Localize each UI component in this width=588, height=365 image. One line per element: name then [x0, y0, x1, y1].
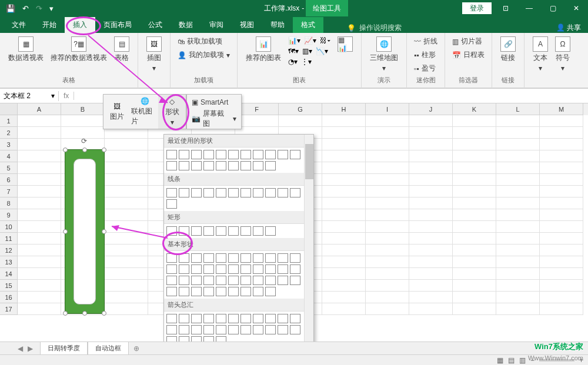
- shape-option[interactable]: [240, 161, 251, 170]
- tab-data[interactable]: 数据: [171, 17, 201, 33]
- cell[interactable]: [453, 268, 496, 280]
- shape-option[interactable]: [166, 150, 177, 159]
- cell[interactable]: [322, 174, 366, 186]
- column-header[interactable]: K: [453, 103, 496, 115]
- row-header[interactable]: 15: [0, 280, 18, 292]
- shape-option[interactable]: [166, 253, 177, 263]
- cell[interactable]: [409, 127, 453, 139]
- cell[interactable]: [105, 233, 148, 245]
- cell[interactable]: [453, 197, 496, 209]
- cell[interactable]: [366, 150, 409, 162]
- cell[interactable]: [366, 256, 409, 268]
- shape-option[interactable]: [179, 150, 189, 159]
- shape-option[interactable]: [265, 150, 276, 159]
- shape-option[interactable]: [191, 276, 202, 285]
- column-header[interactable]: L: [496, 103, 540, 115]
- tab-format[interactable]: 格式: [293, 17, 323, 33]
- cell[interactable]: [540, 139, 583, 150]
- shape-option[interactable]: [216, 161, 226, 170]
- undo-icon[interactable]: ↶: [22, 4, 29, 13]
- cell[interactable]: [18, 197, 61, 209]
- cell[interactable]: [366, 292, 409, 303]
- column-header[interactable]: F: [235, 103, 279, 115]
- cell[interactable]: [453, 233, 496, 245]
- cell[interactable]: [105, 292, 148, 303]
- cell[interactable]: [105, 256, 148, 268]
- column-header[interactable]: I: [366, 103, 409, 115]
- cell[interactable]: [18, 233, 61, 245]
- cell[interactable]: [105, 186, 148, 197]
- shape-option[interactable]: [216, 276, 226, 285]
- cell[interactable]: [366, 209, 409, 221]
- cell[interactable]: [366, 139, 409, 150]
- shape-option[interactable]: [179, 226, 189, 236]
- link-button[interactable]: 🔗链接: [497, 35, 519, 64]
- shape-option[interactable]: [240, 188, 251, 197]
- view-layout-icon[interactable]: ▤: [508, 356, 514, 364]
- tab-formula[interactable]: 公式: [140, 17, 171, 33]
- cell[interactable]: [496, 245, 540, 256]
- shape-option[interactable]: [253, 276, 263, 285]
- cell[interactable]: [105, 139, 148, 150]
- cell[interactable]: [496, 115, 540, 127]
- shape-option[interactable]: [216, 287, 226, 296]
- shape-option[interactable]: [228, 325, 239, 334]
- cell[interactable]: [496, 150, 540, 162]
- shape-option[interactable]: [191, 226, 202, 236]
- shape-option[interactable]: [166, 287, 177, 296]
- cell[interactable]: [453, 150, 496, 162]
- cell[interactable]: [496, 221, 540, 233]
- cell[interactable]: [409, 139, 453, 150]
- shape-option[interactable]: [191, 264, 202, 274]
- view-normal-icon[interactable]: ▦: [497, 356, 503, 364]
- chevron-down-icon[interactable]: ▾: [51, 92, 55, 100]
- illustrations-button[interactable]: 🖼插图▾: [143, 35, 165, 73]
- cell[interactable]: [453, 127, 496, 139]
- row-header[interactable]: 1: [0, 115, 18, 127]
- tab-file[interactable]: 文件: [4, 17, 34, 33]
- shape-option[interactable]: [179, 287, 189, 296]
- cell[interactable]: [540, 303, 583, 315]
- shape-option[interactable]: [203, 325, 214, 334]
- shape-option[interactable]: [216, 314, 226, 323]
- cell[interactable]: [409, 115, 453, 127]
- shape-option[interactable]: [216, 226, 226, 236]
- shape-option[interactable]: [216, 188, 226, 197]
- cell[interactable]: [540, 127, 583, 139]
- cell[interactable]: [18, 280, 61, 292]
- cell[interactable]: [366, 268, 409, 280]
- cell[interactable]: [453, 221, 496, 233]
- cell[interactable]: [409, 186, 453, 197]
- shape-option[interactable]: [166, 314, 177, 323]
- pictures-button[interactable]: 🖼图片: [103, 95, 131, 129]
- shape-option[interactable]: [240, 253, 251, 263]
- shape-option[interactable]: [278, 314, 288, 323]
- cell[interactable]: [409, 268, 453, 280]
- shape-option[interactable]: [203, 226, 214, 236]
- shape-option[interactable]: [265, 188, 276, 197]
- timeline-button[interactable]: 📅日程表: [450, 49, 487, 61]
- shape-option[interactable]: [179, 264, 189, 274]
- cell[interactable]: [105, 150, 148, 162]
- cell[interactable]: [453, 186, 496, 197]
- cell[interactable]: [540, 174, 583, 186]
- shape-option[interactable]: [265, 253, 276, 263]
- cell[interactable]: [409, 233, 453, 245]
- cell[interactable]: [453, 292, 496, 303]
- cell[interactable]: [18, 174, 61, 186]
- cell[interactable]: [322, 127, 366, 139]
- cell[interactable]: [105, 280, 148, 292]
- cell[interactable]: [409, 303, 453, 315]
- cell[interactable]: [496, 268, 540, 280]
- cell[interactable]: [409, 162, 453, 174]
- shape-option[interactable]: [290, 325, 300, 334]
- tab-home[interactable]: 开始: [34, 17, 65, 33]
- cell[interactable]: [18, 127, 61, 139]
- cell[interactable]: [409, 221, 453, 233]
- shape-option[interactable]: [179, 314, 189, 323]
- cell[interactable]: [18, 115, 61, 127]
- cell[interactable]: [61, 115, 105, 127]
- cell[interactable]: [18, 256, 61, 268]
- tab-insert[interactable]: 插入: [65, 17, 95, 33]
- shape-option[interactable]: [228, 276, 239, 285]
